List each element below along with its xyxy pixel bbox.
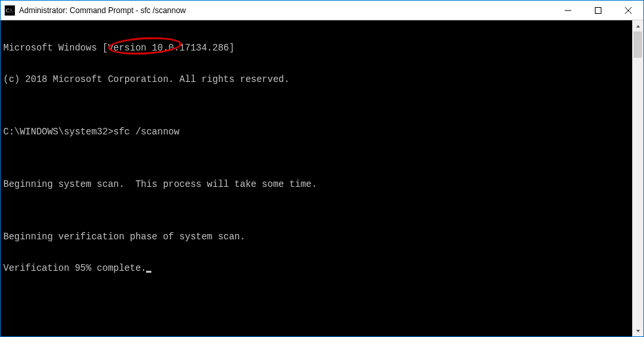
console-content[interactable]: Microsoft Windows [Version 10.0.17134.28… — [1, 20, 632, 336]
command-prompt-window: C:\ Administrator: Command Prompt - sfc … — [0, 0, 644, 337]
window-title: Administrator: Command Prompt - sfc /sca… — [19, 6, 186, 15]
cursor-icon — [146, 271, 151, 273]
svg-rect-3 — [596, 7, 601, 13]
console-line: Verification 95% complete. — [3, 263, 630, 273]
console-line: (c) 2018 Microsoft Corporation. All righ… — [3, 74, 630, 85]
scroll-down-button[interactable] — [632, 325, 643, 336]
minimize-button[interactable] — [553, 1, 583, 20]
svg-marker-7 — [636, 330, 640, 332]
console-line: Microsoft Windows [Version 10.0.17134.28… — [3, 43, 630, 53]
console-line: Beginning system scan. This process will… — [3, 179, 630, 189]
maximize-button[interactable] — [583, 1, 613, 20]
console-prompt-line: C:\WINDOWS\system32>sfc /scannow — [3, 127, 630, 137]
svg-text:C:\: C:\ — [6, 8, 13, 14]
titlebar: C:\ Administrator: Command Prompt - sfc … — [1, 1, 643, 20]
titlebar-left: C:\ Administrator: Command Prompt - sfc … — [1, 5, 186, 16]
prompt-command: sfc /scannow — [113, 127, 180, 137]
close-button[interactable] — [613, 1, 643, 20]
svg-marker-6 — [636, 25, 640, 28]
prompt-path: C:\WINDOWS\system32> — [3, 127, 113, 137]
scroll-thumb[interactable] — [634, 31, 642, 58]
console-line: Beginning verification phase of system s… — [3, 231, 630, 242]
console-container: Microsoft Windows [Version 10.0.17134.28… — [1, 20, 643, 336]
scroll-up-button[interactable] — [632, 20, 643, 31]
verification-text: Verification 95% complete. — [3, 263, 146, 273]
cmd-app-icon: C:\ — [5, 5, 15, 16]
scroll-track[interactable] — [632, 31, 643, 325]
vertical-scrollbar[interactable] — [632, 20, 643, 336]
titlebar-buttons — [553, 1, 643, 20]
